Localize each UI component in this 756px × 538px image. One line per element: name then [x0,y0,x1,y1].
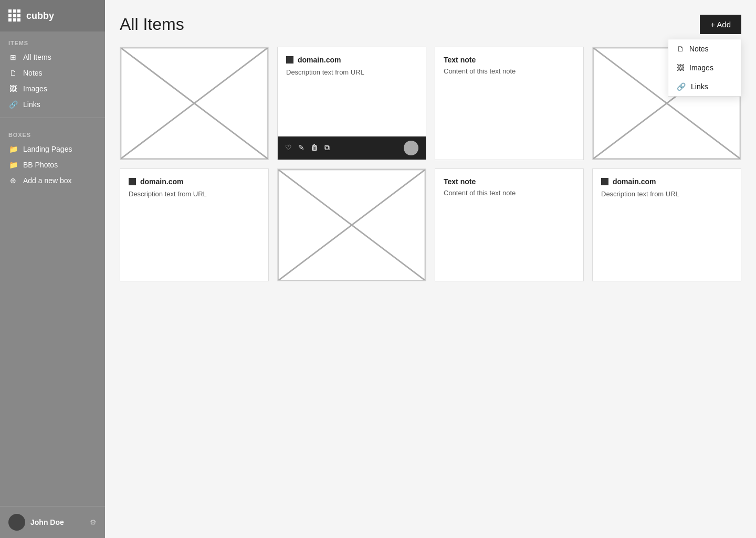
sidebar-bottom: John Doe ⚙ [0,506,105,538]
avatar [8,514,25,531]
link-desc-1: Description text from URL [286,68,417,76]
sidebar-item-add-box[interactable]: ⊕ Add a new box [0,173,105,188]
delete-icon[interactable]: 🗑 [311,143,318,152]
card-link-1[interactable]: domain.com Description text from URL ♡ ✎… [277,47,426,160]
sidebar-item-label-bb: BB Photos [23,161,58,169]
card-action-bar-1: ♡ ✎ 🗑 ⧉ [278,136,426,160]
favorite-icon[interactable]: ♡ [285,143,292,152]
add-dropdown-menu: 🗋 Notes 🖼 Images 🔗 Links [668,39,741,97]
card-note-2[interactable]: Text note Content of this text note [435,168,584,282]
add-box-icon: ⊕ [8,176,18,185]
image-icon: 🖼 [8,85,18,93]
logo-icon [8,9,21,22]
sidebar-item-notes[interactable]: 🗋 Notes [0,65,105,81]
app-name: cubby [26,10,54,22]
link-desc-3: Description text from URL [601,190,732,198]
link-desc-2: Description text from URL [129,190,260,198]
card-link-header-2: domain.com [129,177,260,186]
link-favicon-3 [601,178,608,185]
action-avatar-1 [404,141,418,155]
sidebar-item-all-items[interactable]: ⊞ All Items [0,49,105,65]
add-button[interactable]: + Add [700,15,741,34]
sidebar-item-links[interactable]: 🔗 Links [0,97,105,112]
card-link-header-3: domain.com [601,177,732,186]
sidebar-item-label-notes: Notes [23,69,43,77]
sidebar-item-label-images: Images [23,85,47,93]
card-link-2[interactable]: domain.com Description text from URL [120,168,269,282]
boxes-section-label: BOXES [0,123,105,141]
dropdown-notes-label: Notes [689,45,709,53]
grid-icon: ⊞ [8,53,18,61]
main-header: All Items + Add 🗋 Notes 🖼 Images 🔗 Links [120,15,741,34]
dropdown-links-label: Links [691,82,708,91]
link-domain-3: domain.com [613,177,656,186]
card-note-1[interactable]: Text note Content of this text note [435,47,584,160]
link-icon: 🔗 [8,100,18,109]
items-grid: domain.com Description text from URL ♡ ✎… [120,47,741,281]
link-favicon-1 [286,56,293,64]
box-icon-landing: 📁 [8,145,18,153]
note-content-1: Content of this text note [444,67,575,75]
edit-icon[interactable]: ✎ [298,143,304,152]
logo-area[interactable]: cubby [0,0,105,31]
gear-icon[interactable]: ⚙ [90,518,97,526]
dropdown-image-icon: 🖼 [677,64,684,72]
card-link-inner-1: domain.com Description text from URL [278,47,426,136]
note-title-1: Text note [444,56,575,64]
image-placeholder-3 [278,169,426,281]
sidebar-divider [0,118,105,118]
sidebar-item-label-add: Add a new box [23,176,72,185]
card-link-inner-3: domain.com Description text from URL [593,169,741,206]
card-image-3[interactable] [277,168,426,282]
sidebar-item-label-landing: Landing Pages [23,145,72,153]
sidebar-item-landing-pages[interactable]: 📁 Landing Pages [0,141,105,157]
dropdown-images-label: Images [689,64,713,72]
dropdown-item-notes[interactable]: 🗋 Notes [668,39,741,58]
link-domain-2: domain.com [140,177,183,186]
card-link-3[interactable]: domain.com Description text from URL [592,168,741,282]
sidebar-item-label-links: Links [23,100,40,109]
sidebar: cubby ITEMS ⊞ All Items 🗋 Notes 🖼 Images… [0,0,105,538]
note-icon: 🗋 [8,69,18,77]
sidebar-item-label-all-items: All Items [23,53,51,61]
page-title: All Items [120,15,184,34]
copy-icon[interactable]: ⧉ [324,143,330,152]
items-section-label: ITEMS [0,31,105,49]
link-domain-1: domain.com [298,56,341,64]
link-favicon-2 [129,178,136,185]
note-title-2: Text note [444,177,575,186]
box-icon-bb: 📁 [8,161,18,169]
note-content-2: Content of this text note [444,189,575,197]
card-image-1[interactable] [120,47,269,160]
main-content: All Items + Add 🗋 Notes 🖼 Images 🔗 Links [105,0,756,538]
user-name: John Doe [30,518,85,526]
card-note-inner-1: Text note Content of this text note [435,47,583,83]
add-button-wrapper: + Add 🗋 Notes 🖼 Images 🔗 Links [700,15,741,34]
sidebar-item-bb-photos[interactable]: 📁 BB Photos [0,157,105,173]
card-link-inner-2: domain.com Description text from URL [120,169,268,206]
dropdown-link-icon: 🔗 [677,82,686,91]
card-note-inner-2: Text note Content of this text note [435,169,583,205]
action-icons-1: ♡ ✎ 🗑 ⧉ [285,143,330,152]
dropdown-note-icon: 🗋 [677,45,684,53]
dropdown-item-images[interactable]: 🖼 Images [668,58,741,77]
image-placeholder-1 [120,47,268,160]
dropdown-item-links[interactable]: 🔗 Links [668,77,741,96]
card-link-header-1: domain.com [286,56,417,64]
sidebar-item-images[interactable]: 🖼 Images [0,81,105,97]
